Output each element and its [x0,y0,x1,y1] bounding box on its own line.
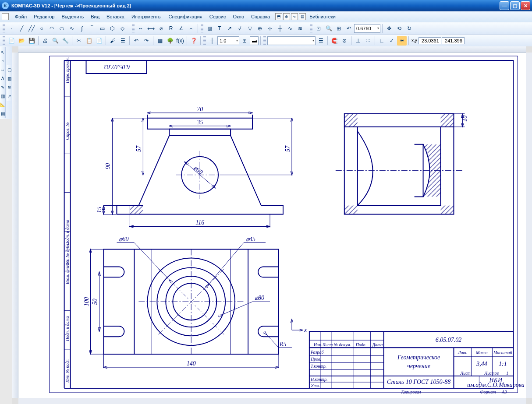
param2-icon[interactable]: ▥ [0,92,5,100]
grip[interactable] [310,24,312,33]
brush-icon[interactable]: 🖌 [108,36,117,46]
view-icon[interactable]: ▢ [7,66,12,74]
meas-icon[interactable]: 📐 [0,101,5,109]
menu-view[interactable]: Вид [87,13,103,21]
ellipse-icon[interactable]: ⬭ [57,24,67,33]
bezier-icon[interactable]: ∫ [77,24,87,33]
dim-icon[interactable]: ↔ [0,66,5,74]
spline-icon[interactable]: ∿ [67,24,77,33]
pan-icon[interactable]: ✥ [384,24,394,33]
redraw-icon[interactable]: ↻ [404,24,414,33]
wave-icon[interactable]: ∿ [285,24,295,33]
layer-mgr-icon[interactable]: ☰ [316,36,326,46]
dim-diam-icon[interactable]: ⌀ [156,24,166,33]
menu-libs[interactable]: Библиотеки [306,13,339,21]
step-icon[interactable]: ┼ [207,36,217,46]
cut-icon[interactable]: ✂ [74,36,84,46]
help-icon[interactable]: ❓ [189,36,199,46]
grip[interactable] [3,36,5,45]
zoom-prev-icon[interactable]: ↶ [344,24,354,33]
polygon-icon[interactable]: ⬡ [107,24,117,33]
menu-spec[interactable]: Спецификация [165,13,206,21]
spec-icon[interactable]: ▤ [0,109,5,117]
arrow-view-icon[interactable]: ↗ [7,92,12,100]
menu-edit[interactable]: Редактор [30,13,58,21]
circle-icon[interactable]: ○ [37,24,46,33]
rect-icon[interactable]: ▭ [97,24,107,33]
biblio-icon-2[interactable]: ⊕ [283,13,290,20]
redo-icon[interactable]: ↷ [142,36,151,46]
properties-icon[interactable]: ☰ [118,36,128,46]
menu-file[interactable]: Файл [11,13,30,21]
ortho-icon[interactable]: ⊥ [353,36,363,46]
minimize-button[interactable]: — [500,1,509,10]
menu-select[interactable]: Выделить [58,13,87,21]
menu-service[interactable]: Сервис [206,13,230,21]
fillet-icon[interactable]: ⌒ [87,24,97,33]
scrollbar-horizontal[interactable] [18,398,526,404]
point-icon[interactable]: · [7,24,16,33]
zoom-fit-icon[interactable]: ⊡ [314,24,323,33]
print-icon[interactable]: 🖨 [40,36,50,46]
base-icon[interactable]: ▽ [245,24,255,33]
ortho-lock-icon[interactable]: ∟ [377,36,387,46]
menu-window[interactable]: Окно [229,13,248,21]
menu-insert[interactable]: Вставка [103,13,128,21]
grip[interactable] [263,36,266,45]
layer-combo[interactable] [267,36,316,45]
arc-icon[interactable]: ◠ [47,24,57,33]
text-icon[interactable]: T [215,24,224,33]
zoom-window-icon[interactable]: ⊞ [334,24,344,33]
hatch-icon[interactable]: ▨ [205,24,214,33]
select-icon[interactable]: ↖ [0,48,5,56]
step-value[interactable]: 1.0 [217,36,239,45]
label-icon[interactable]: A [0,74,5,82]
parallel-line-icon[interactable]: ╱╱ [27,24,36,33]
props-icon[interactable]: 🔧 [60,36,70,46]
dim-angle-icon[interactable]: ∠ [176,24,186,33]
snap-magnet-icon[interactable]: 🧲 [330,36,339,46]
contour-icon[interactable]: ◇ [117,24,127,33]
grip[interactable] [132,24,135,33]
manager-icon[interactable]: ▦ [155,36,165,46]
orbit-icon[interactable]: ⟲ [394,24,404,33]
biblio-icon-1[interactable]: ⬒ [275,13,282,20]
grip[interactable] [201,24,203,33]
geom-icon[interactable]: ○ [0,57,5,65]
new-icon[interactable]: 📄 [7,36,16,46]
dim-linear-icon[interactable]: ↔ [136,24,145,33]
preview-icon[interactable]: 🔍 [50,36,60,46]
grid-icon[interactable]: ⊞ [240,36,249,46]
break-icon[interactable]: ≋ [295,24,305,33]
undo-icon[interactable]: ↶ [131,36,141,46]
param-icon[interactable]: ✓ [387,36,397,46]
coord-x[interactable]: 23.0361 [419,37,441,44]
menu-help[interactable]: Справка [248,13,273,21]
document-icon[interactable] [2,13,9,20]
style-combo[interactable]: ▬ [250,36,259,45]
dim-arc-icon[interactable]: ⌢ [186,24,196,33]
zoom-value[interactable]: 0.6760 [354,24,380,33]
line-icon[interactable]: ╱ [17,24,26,33]
break-view-icon[interactable]: ≋ [7,83,12,91]
roughness-icon[interactable]: √ [235,24,245,33]
coord-y[interactable]: 241.396 [442,37,465,44]
biblio-icon-3[interactable]: ∿ [291,13,298,20]
dim-radius-icon[interactable]: R [166,24,176,33]
snap-grid-icon[interactable]: ∷ [363,36,373,46]
tolerance-icon[interactable]: ⊕ [255,24,265,33]
grip[interactable] [203,36,206,45]
vars-icon[interactable]: f(x) [175,36,185,46]
scrollbar-vertical[interactable] [526,53,532,398]
snap-off-icon[interactable]: ⊘ [340,36,349,46]
edit-icon[interactable]: ✎ [0,83,5,91]
dim-auto-icon[interactable]: ⟷ [146,24,156,33]
section-icon[interactable]: ▨ [7,74,12,82]
paste-icon[interactable]: 📄 [94,36,104,46]
open-icon[interactable]: 📂 [17,36,26,46]
tree-icon[interactable]: 🌳 [165,36,175,46]
leader-icon[interactable]: ↗ [225,24,234,33]
save-icon[interactable]: 💾 [27,36,36,46]
axis-icon[interactable]: ┼ [275,24,285,33]
maximize-button[interactable]: ▢ [510,1,520,10]
